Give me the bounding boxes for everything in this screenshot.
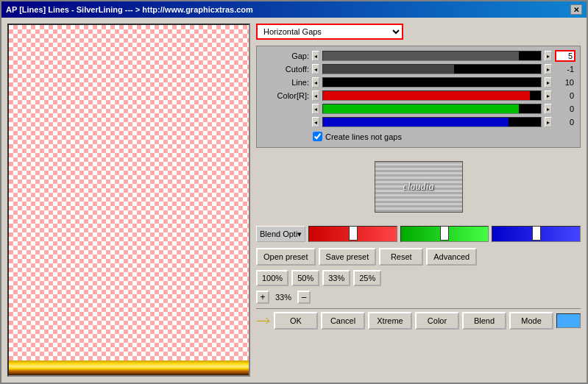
line-track[interactable] [322,77,542,88]
cutoff-arrow-right[interactable]: ▸ [545,64,552,74]
colorR-arrow-right[interactable]: ▸ [545,90,552,101]
title-bar: AP [Lines] Lines - SilverLining --- > ht… [1,1,587,18]
logo-image: claudia [375,161,463,213]
colorG-arrow-left[interactable]: ◂ [312,104,319,114]
checkbox-row: Create lines not gaps [261,129,575,144]
sliders-section: Gap: ◂ ▸ 5 Cutoff: ◂ [256,46,581,148]
colorB-track-container [322,117,542,127]
colorB-arrow-left[interactable]: ◂ [312,117,319,127]
colorR-arrow-left[interactable]: ◂ [312,90,319,101]
colorB-slider-row: ◂ ▸ 0 [261,115,575,129]
effect-dropdown[interactable]: Horizontal Gaps Vertical Gaps Diagonal G… [256,24,403,40]
cutoff-arrow-left[interactable]: ◂ [312,64,319,74]
colorB-track[interactable] [322,117,542,127]
color-button[interactable]: Color [415,312,459,330]
zoom-row: + 33% – [256,291,581,304]
arrow-icon: 🡒 [256,313,271,330]
close-button[interactable]: ✕ [570,4,582,15]
xtreme-button[interactable]: Xtreme [368,312,412,330]
blend-button[interactable]: Blend [462,312,506,330]
blue-blend-slider[interactable] [492,226,581,242]
colorG-slider-row: ◂ ▸ 0 [261,102,575,115]
colorR-track[interactable] [322,90,542,101]
save-preset-button[interactable]: Save preset [319,248,377,266]
zoom-out-button[interactable]: – [297,291,311,304]
blend-dropdown[interactable]: Blend Opti▾ [256,226,305,242]
preview-canvas [7,24,250,377]
percent-100-button[interactable]: 100% [256,270,288,286]
content-area: Horizontal Gaps Vertical Gaps Diagonal G… [1,18,587,383]
cancel-button[interactable]: Cancel [321,312,365,330]
line-track-container [322,77,542,88]
gap-slider-row: Gap: ◂ ▸ 5 [261,49,575,63]
line-arrow-left[interactable]: ◂ [312,77,319,88]
logo-preview: claudia [256,154,581,220]
gap-arrow-right[interactable]: ▸ [545,51,552,61]
colorR-track-container [322,90,542,101]
zoom-in-button[interactable]: + [256,291,269,304]
right-panel: Horizontal Gaps Vertical Gaps Diagonal G… [256,24,581,377]
main-window: AP [Lines] Lines - SilverLining --- > ht… [0,0,588,384]
create-lines-label: Create lines not gaps [325,132,402,141]
advanced-button[interactable]: Advanced [426,248,477,266]
gap-track-container [322,51,542,61]
percent-33-button[interactable]: 33% [322,270,350,286]
green-slider-thumb [440,226,449,241]
gap-value[interactable]: 5 [555,50,575,62]
gap-arrow-left[interactable]: ◂ [312,51,319,61]
line-arrow-right[interactable]: ▸ [545,77,552,88]
open-preset-button[interactable]: Open preset [256,248,316,266]
dropdown-row: Horizontal Gaps Vertical Gaps Diagonal G… [256,24,581,40]
cutoff-value: -1 [555,63,575,75]
blue-slider-thumb [532,226,541,241]
colorG-track[interactable] [322,104,542,114]
percent-25-button[interactable]: 25% [353,270,381,286]
color-rect [556,313,581,328]
preview-panel [7,24,250,377]
window-title: AP [Lines] Lines - SilverLining --- > ht… [6,5,253,14]
colorR-label: Color[R]: [261,91,309,100]
action-buttons-row: Open preset Save preset Reset Advanced [256,248,581,266]
line-slider-row: Line: ◂ ▸ 10 [261,76,575,89]
percent-50-button[interactable]: 50% [291,270,319,286]
logo-text: claudia [403,181,434,193]
percent-row: 100% 50% 33% 25% [256,270,581,286]
blend-row: Blend Opti▾ [256,226,581,242]
green-blend-slider[interactable] [400,226,489,242]
colorB-arrow-right[interactable]: ▸ [545,117,552,127]
gold-bar-overlay [9,360,249,375]
gap-label: Gap: [261,51,309,60]
reset-button[interactable]: Reset [379,248,423,266]
checkerboard-preview [9,25,249,375]
colorG-track-container [322,104,542,114]
bottom-buttons-row: 🡒 OK Cancel Xtreme Color Blend Mode [256,308,581,330]
cutoff-slider-row: Cutoff: ◂ ▸ -1 [261,63,575,76]
ok-button[interactable]: OK [274,312,318,330]
mode-button[interactable]: Mode [509,312,553,330]
colorB-value: 0 [555,116,575,128]
red-blend-slider[interactable] [308,226,397,242]
create-lines-checkbox[interactable] [313,132,322,141]
colorG-arrow-right[interactable]: ▸ [545,104,552,114]
red-slider-thumb [349,226,358,241]
line-label: Line: [261,78,309,87]
colorR-value: 0 [555,90,575,102]
colorG-value: 0 [555,103,575,115]
colorR-slider-row: Color[R]: ◂ ▸ 0 [261,89,575,102]
cutoff-track[interactable] [322,64,542,74]
cutoff-track-container [322,64,542,74]
zoom-value: 33% [272,293,294,302]
gap-track[interactable] [322,51,542,61]
line-value: 10 [555,77,575,88]
cutoff-label: Cutoff: [261,65,309,74]
